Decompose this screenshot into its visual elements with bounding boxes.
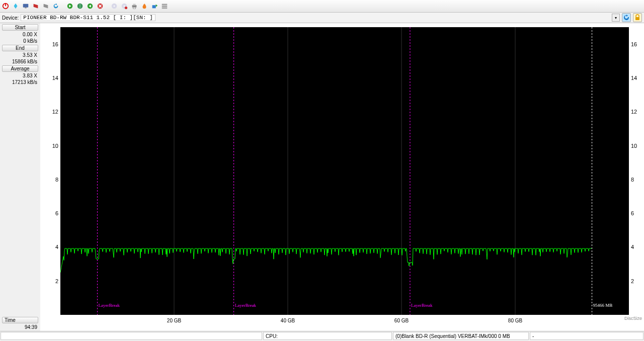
power-icon[interactable] <box>1 2 10 11</box>
flame-icon[interactable] <box>140 2 149 11</box>
svg-rect-20 <box>635 17 639 20</box>
disc-icon[interactable] <box>110 2 119 11</box>
svg-point-11 <box>124 6 125 7</box>
chart-zone: 246810121416 246810121416 20 GB40 GB60 G… <box>40 23 644 331</box>
disc-red-icon[interactable] <box>120 2 129 11</box>
status-dash: - <box>532 333 534 339</box>
svg-rect-2 <box>23 4 29 8</box>
print-icon[interactable] <box>130 2 139 11</box>
y-axis-left: 246810121416 <box>40 23 60 313</box>
y-tick-left: 10 <box>52 143 58 149</box>
diamond-icon[interactable] <box>11 2 20 11</box>
cancel-icon[interactable] <box>96 2 105 11</box>
y-tick-right: 10 <box>631 143 637 149</box>
avg-speed: 3.83 X <box>0 72 40 79</box>
y-axis-right: 246810121416 <box>629 23 644 313</box>
monitor-icon[interactable] <box>21 2 30 11</box>
y-tick-left: 12 <box>52 109 58 115</box>
speed-plot <box>60 27 629 315</box>
device-refresh-button[interactable] <box>622 13 631 22</box>
settings-icon[interactable] <box>160 2 169 11</box>
status-bar: CPU: (0)Blank BD-R (Sequential) VERBAT-I… <box>0 331 644 340</box>
end-rate: 15866 kB/s <box>0 58 40 65</box>
device-dropdown-button[interactable]: ▾ <box>612 14 620 22</box>
x-tick: 60 GB <box>394 318 409 323</box>
svg-point-9 <box>114 6 115 7</box>
start-rate: 0 kB/s <box>0 38 40 44</box>
x-axis: 20 GB40 GB60 GB80 GB <box>60 317 629 327</box>
y-tick-right: 2 <box>631 278 634 284</box>
end-header: End <box>2 45 38 51</box>
device-lock-button[interactable] <box>633 13 642 22</box>
disc-info: (0)Blank BD-R (Sequential) VERBAT-IMk/00… <box>395 333 510 339</box>
cpu-label: CPU: <box>266 333 278 339</box>
svg-rect-16 <box>152 5 156 8</box>
status-cpu-cell: CPU: <box>263 332 392 340</box>
x-tick: 80 GB <box>508 318 522 323</box>
average-header: Average <box>2 65 38 72</box>
svg-point-12 <box>125 7 127 9</box>
x-tick: 40 GB <box>281 318 295 323</box>
y-tick-left: 4 <box>55 244 58 250</box>
svg-rect-15 <box>133 8 135 9</box>
device-label: Device: <box>2 15 19 21</box>
y-tick-right: 6 <box>631 210 634 216</box>
y-tick-right: 16 <box>631 41 637 47</box>
arrow-green-icon[interactable] <box>65 2 74 11</box>
main-area: Start 0.00 X 0 kB/s End 3.53 X 15866 kB/… <box>0 23 644 331</box>
status-disc-cell: (0)Blank BD-R (Sequential) VERBAT-IMk/00… <box>393 332 529 340</box>
svg-rect-17 <box>162 4 168 6</box>
svg-rect-18 <box>162 6 168 7</box>
avg-rate: 17213 kB/s <box>0 79 40 86</box>
start-speed: 0.00 X <box>0 31 40 38</box>
status-cell-last: - <box>530 332 643 340</box>
status-cell-1 <box>1 332 262 340</box>
y-tick-right: 4 <box>631 244 634 250</box>
book-red-icon[interactable] <box>31 2 40 11</box>
disc-size-label: DiscSize <box>624 316 642 321</box>
svg-rect-3 <box>25 8 27 9</box>
y-tick-left: 6 <box>55 210 58 216</box>
y-tick-left: 8 <box>55 177 58 183</box>
y-tick-right: 12 <box>631 109 637 115</box>
y-tick-left: 2 <box>55 278 58 284</box>
speed-canvas <box>60 27 629 315</box>
svg-rect-13 <box>132 5 137 7</box>
time-header: Time <box>2 317 38 323</box>
device-value: PIONEER BD-RW BDR-S11 1.52 [ I: ][SN: ] <box>21 14 155 21</box>
book-gray-icon[interactable] <box>41 2 50 11</box>
main-toolbar <box>0 0 644 13</box>
stats-sidebar: Start 0.00 X 0 kB/s End 3.53 X 15866 kB/… <box>0 23 40 331</box>
back-icon[interactable] <box>86 2 95 11</box>
time-value: 94:39 <box>0 324 40 330</box>
y-tick-right: 8 <box>631 177 634 183</box>
start-header: Start <box>2 24 38 31</box>
svg-rect-14 <box>133 4 135 6</box>
globe-icon[interactable] <box>75 2 85 11</box>
svg-rect-19 <box>162 8 168 9</box>
y-tick-left: 16 <box>52 41 58 47</box>
y-tick-right: 14 <box>631 75 637 81</box>
refresh-blue-icon[interactable] <box>51 2 60 11</box>
end-speed: 3.53 X <box>0 52 40 58</box>
x-tick: 20 GB <box>167 318 181 323</box>
export-icon[interactable] <box>150 2 159 11</box>
device-bar: Device: PIONEER BD-RW BDR-S11 1.52 [ I: … <box>0 13 644 23</box>
y-tick-left: 14 <box>52 75 58 81</box>
